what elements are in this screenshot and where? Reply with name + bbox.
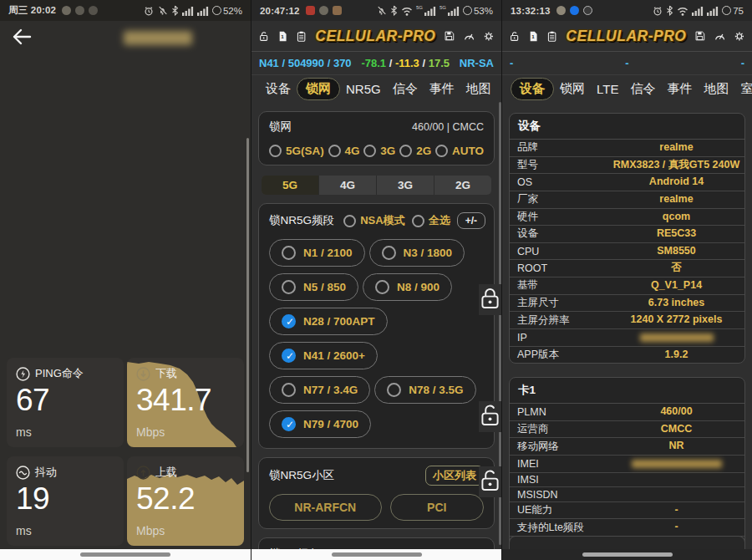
left-scrollbar[interactable] (246, 138, 249, 472)
band-pill-n77[interactable]: N77 / 3.4G (269, 376, 370, 404)
band-lock-toggle[interactable] (479, 284, 501, 315)
tab-device[interactable]: 设备 (260, 78, 297, 100)
band-pill-n1[interactable]: N1 / 2100 (269, 239, 365, 267)
row-value-redacted (608, 330, 744, 345)
lock-band-title: 锁NR5G频段 (269, 213, 334, 228)
row-label: 支持的Lte频段 (510, 521, 608, 535)
segment-4g[interactable]: 4G (319, 176, 377, 195)
nsa-mode-radio[interactable]: NSA模式 (343, 213, 404, 228)
radio-5g-sa[interactable]: 5G(SA) (269, 145, 324, 157)
upload-label: 上载 (155, 465, 177, 480)
band-pill-n28[interactable]: N28 / 700APT (269, 308, 388, 335)
tab-events[interactable]: 事件 (661, 78, 698, 100)
table-row: PLMN460/00 (510, 404, 744, 421)
gauge-icon[interactable] (464, 28, 475, 44)
band-pill-n3[interactable]: N3 / 1800 (369, 239, 465, 267)
tab-map[interactable]: 地图 (698, 78, 734, 100)
tab-nr5g[interactable]: NR5G (340, 79, 387, 99)
sinr-value: 17.5 (429, 57, 450, 69)
radio-label: 3G (380, 145, 395, 157)
clipboard-icon[interactable] (547, 27, 556, 46)
pci-input-button[interactable]: PCI (390, 494, 484, 521)
band-list: N1 / 2100 N3 / 1800 N5 / 850 N8 / 900 N2… (269, 236, 485, 441)
tab-lock-net[interactable]: 锁网 (297, 78, 340, 100)
lock-open-icon[interactable] (510, 27, 520, 46)
radio-2g[interactable]: 2G (399, 145, 431, 157)
right-tabs: 设备 锁网 LTE 信令 事件 地图 室内 (502, 75, 752, 103)
row-value (608, 494, 744, 496)
back-button[interactable] (12, 28, 32, 45)
lock-open-icon[interactable] (259, 27, 269, 46)
row-value: RMX3823 / 真我GT5 240W (608, 158, 744, 173)
row-value: - (608, 520, 744, 535)
tab-signaling[interactable]: 信令 (387, 78, 424, 100)
right-info-bar: - - - (502, 52, 752, 75)
clipboard-icon[interactable] (297, 27, 306, 46)
cell-lock-toggle[interactable] (479, 401, 501, 432)
tab-lte[interactable]: LTE (591, 79, 624, 99)
freq-lock-toggle[interactable] (479, 466, 501, 497)
radio-circle (328, 145, 341, 157)
row-value: SM8550 (608, 244, 744, 259)
nr-arfcn-input-button[interactable]: NR-ARFCN (269, 494, 382, 521)
lock-open-icon (480, 469, 500, 491)
segment-2g[interactable]: 2G (434, 176, 491, 195)
row-label: OS (510, 176, 608, 188)
band-pill-n8[interactable]: N8 / 900 (363, 273, 452, 301)
tab-events[interactable]: 事件 (424, 78, 460, 100)
tab-map[interactable]: 地图 (460, 78, 497, 100)
band-pill-n41[interactable]: N41 / 2600+ (269, 342, 378, 369)
home-indicator[interactable] (582, 552, 673, 557)
row-value-redacted (608, 456, 744, 471)
table-row: 硬件qcom (510, 209, 744, 227)
tab-device[interactable]: 设备 (511, 78, 554, 100)
mid-toolbar: 1 CELLULAR-PRO (252, 21, 501, 52)
device-info-table: 设备 品牌realme 型号RMX3823 / 真我GT5 240W OSAnd… (509, 113, 745, 364)
select-all-radio[interactable]: 全选 (412, 213, 450, 228)
radio-auto[interactable]: AUTO (435, 145, 484, 157)
row-value: Q_V1_P14 (608, 278, 744, 293)
radio-4g[interactable]: 4G (328, 145, 360, 157)
band-label: N5 / 850 (303, 281, 346, 293)
ping-card: PING命令 67 ms (7, 358, 124, 447)
gauge-icon[interactable] (714, 28, 725, 44)
gear-icon[interactable] (484, 28, 494, 45)
tab-indoor[interactable]: 室内 (734, 78, 752, 100)
table-row: 移动网络NR (510, 438, 744, 456)
home-indicator[interactable] (80, 552, 170, 557)
notification-icon (556, 6, 566, 15)
cell-list-button[interactable]: 小区列表 (425, 466, 484, 486)
home-indicator[interactable] (332, 552, 422, 557)
gear-icon[interactable] (734, 28, 744, 45)
segment-5g[interactable]: 5G (262, 176, 319, 195)
mid-status-time: 20:47:12 (260, 6, 300, 16)
band-pill-n79[interactable]: N79 / 4700 (269, 410, 371, 438)
download-label: 下载 (155, 366, 177, 381)
segment-3g[interactable]: 3G (377, 176, 434, 195)
save-icon[interactable] (445, 27, 455, 45)
row-value: 6.73 inches (608, 296, 744, 311)
signal-5g-badge: 5G (416, 5, 423, 10)
battery-percent: 75 (733, 6, 744, 16)
save-icon[interactable] (695, 27, 705, 45)
tab-signaling[interactable]: 信令 (624, 78, 661, 100)
band-pill-n78[interactable]: N78 / 3.5G (374, 376, 475, 404)
band-pill-n5[interactable]: N5 / 850 (269, 273, 358, 301)
table-row: IMSI (510, 473, 744, 488)
table-row: 主屏分辨率1240 X 2772 pixels (510, 312, 744, 329)
tab-lock-net[interactable]: 锁网 (554, 78, 591, 100)
signal-bars-icon (424, 6, 436, 16)
generation-segmented-control: 5G 4G 3G 2G (262, 176, 491, 195)
radio-label: 2G (416, 145, 431, 157)
notification-icon (570, 6, 579, 15)
svg-text:1: 1 (531, 33, 535, 39)
band-label: N79 / 4700 (303, 418, 358, 430)
radio-3g[interactable]: 3G (363, 145, 395, 157)
plus-minus-button[interactable]: +/- (457, 212, 485, 229)
upload-card: 上载 52.2 Mbps (127, 456, 244, 546)
sim-card-icon[interactable]: 1 (278, 27, 287, 46)
jitter-label: 抖动 (35, 465, 57, 480)
lock-closed-icon (480, 287, 500, 309)
sim-card-icon[interactable]: 1 (529, 27, 538, 46)
device-table-title: 设备 (510, 114, 744, 140)
